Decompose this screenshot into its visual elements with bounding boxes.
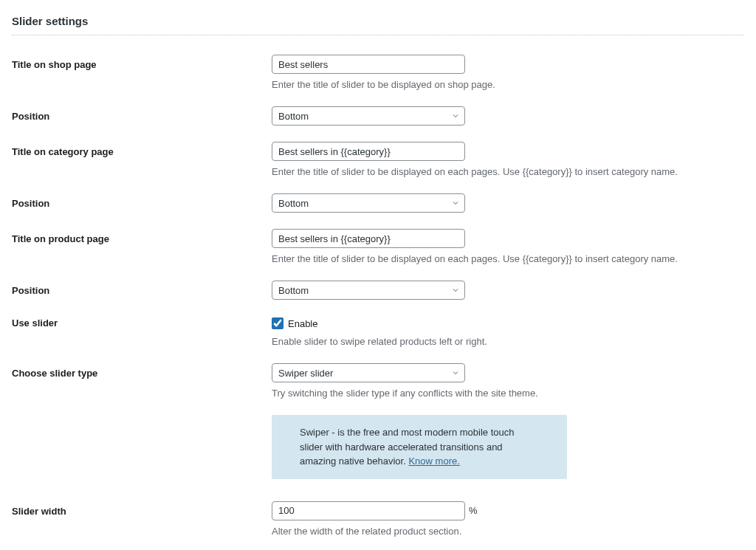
label-slider-width: Slider width xyxy=(12,501,272,517)
row-title-shop: Title on shop page Enter the title of sl… xyxy=(12,55,744,90)
input-title-category[interactable] xyxy=(272,142,465,161)
notice-link[interactable]: Know more. xyxy=(408,456,459,467)
label-title-product: Title on product page xyxy=(12,229,272,244)
input-title-shop[interactable] xyxy=(272,55,465,74)
label-title-category: Title on category page xyxy=(12,142,272,157)
label-title-shop: Title on shop page xyxy=(12,55,272,70)
section-divider xyxy=(12,35,744,35)
row-position-1: Position Bottom xyxy=(12,106,744,126)
checkbox-use-slider-label: Enable xyxy=(288,318,317,329)
select-position-3[interactable]: Bottom xyxy=(272,281,465,300)
row-title-category: Title on category page Enter the title o… xyxy=(12,142,744,177)
select-position-1[interactable]: Bottom xyxy=(272,106,465,126)
row-notice: Swiper - is the free and most modern mob… xyxy=(12,415,744,491)
label-use-slider: Use slider xyxy=(12,316,272,329)
slider-width-unit: % xyxy=(469,505,478,516)
row-position-2: Position Bottom xyxy=(12,193,744,213)
desc-title-shop: Enter the title of slider to be displaye… xyxy=(272,79,744,90)
desc-use-slider: Enable slider to swipe related products … xyxy=(272,336,744,347)
select-slider-type[interactable]: Swiper slider xyxy=(272,363,465,382)
label-position-3: Position xyxy=(12,281,272,296)
select-position-2[interactable]: Bottom xyxy=(272,193,465,213)
row-slider-type: Choose slider type Swiper slider Try swi… xyxy=(12,363,744,399)
input-title-product[interactable] xyxy=(272,229,465,248)
label-position-1: Position xyxy=(12,106,272,122)
desc-title-product: Enter the title of slider to be displaye… xyxy=(272,253,744,264)
checkbox-use-slider[interactable] xyxy=(272,317,284,329)
desc-slider-type: Try switching the slider type if any con… xyxy=(272,388,744,399)
row-slider-width: Slider width % Alter the width of the re… xyxy=(12,501,744,537)
desc-slider-width: Alter the width of the related product s… xyxy=(272,526,744,537)
input-slider-width[interactable] xyxy=(272,501,465,520)
label-slider-type: Choose slider type xyxy=(12,363,272,379)
section-title: Slider settings xyxy=(12,15,744,27)
notice-text: Swiper - is the free and most modern mob… xyxy=(300,427,514,467)
row-position-3: Position Bottom xyxy=(12,281,744,300)
desc-title-category: Enter the title of slider to be displaye… xyxy=(272,166,744,177)
row-title-product: Title on product page Enter the title of… xyxy=(12,229,744,264)
swiper-notice: Swiper - is the free and most modern mob… xyxy=(272,415,567,479)
row-use-slider: Use slider Enable Enable slider to swipe… xyxy=(12,316,744,347)
label-position-2: Position xyxy=(12,193,272,209)
